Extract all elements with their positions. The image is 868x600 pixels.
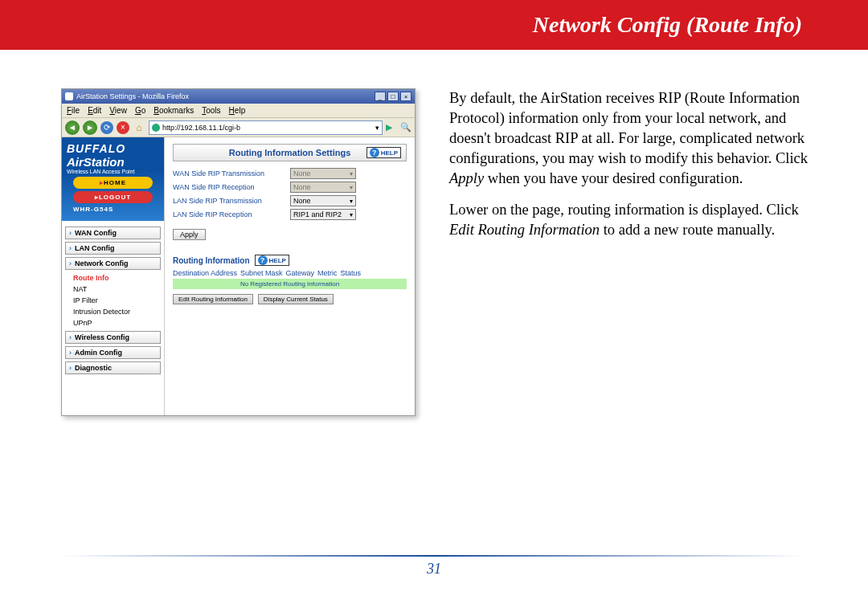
go-button[interactable]: ▶ xyxy=(386,122,397,133)
menu-edit[interactable]: Edit xyxy=(88,106,101,115)
window-titlebar: AirStation Settings - Mozilla Firefox _ … xyxy=(62,89,415,104)
subnav-intrusion[interactable]: Intrusion Detector xyxy=(65,306,161,317)
select-lan-rip-rx[interactable]: RIP1 and RIP2 xyxy=(290,209,356,220)
back-button[interactable]: ◄ xyxy=(65,120,80,135)
home-pill[interactable]: HOME xyxy=(73,177,153,189)
nav-wireless-config[interactable]: Wireless Config xyxy=(65,331,161,344)
body-text: By default, the AirStation receives RIP … xyxy=(449,88,812,416)
toolbar: ◄ ► ⟳ × ⌂ http://192.168.11.1/cgi-b ▾ ▶ … xyxy=(62,118,415,137)
row-lan-rip-tx: LAN Side RIP Transmission None xyxy=(173,195,407,206)
menu-bar: File Edit View Go Bookmarks Tools Help xyxy=(62,104,415,118)
footer-rule xyxy=(61,555,805,557)
model-label: WHR-G54S xyxy=(73,206,153,213)
address-bar[interactable]: http://192.168.11.1/cgi-b ▾ xyxy=(149,120,383,135)
minimize-button[interactable]: _ xyxy=(375,92,386,101)
subnav-nat[interactable]: NAT xyxy=(65,284,161,295)
menu-file[interactable]: File xyxy=(67,106,80,115)
help-icon: ? xyxy=(370,148,379,157)
section-title: Routing Information Settings xyxy=(229,148,351,157)
nav-wan-config[interactable]: WAN Config xyxy=(65,227,161,239)
paragraph-1: By default, the AirStation receives RIP … xyxy=(449,88,812,189)
nav-lan-config[interactable]: LAN Config xyxy=(65,242,161,255)
menu-help[interactable]: Help xyxy=(229,106,246,115)
nav-network-config[interactable]: Network Config xyxy=(65,257,161,270)
menu-view[interactable]: View xyxy=(109,106,127,115)
nav-list: WAN Config LAN Config Network Config Rou… xyxy=(62,221,164,415)
router-screenshot: AirStation Settings - Mozilla Firefox _ … xyxy=(61,88,416,416)
url-text: http://192.168.11.1/cgi-b xyxy=(162,124,240,132)
subnav-ip-filter[interactable]: IP Filter xyxy=(65,295,161,306)
display-status-button[interactable]: Display Current Status xyxy=(258,294,334,304)
page-banner: Network Config (Route Info) xyxy=(0,0,868,50)
edit-routing-button[interactable]: Edit Routing Information xyxy=(173,294,253,304)
router-body: BUFFALO AirStation Wireless LAN Access P… xyxy=(62,137,415,415)
help-button-2[interactable]: ? HELP xyxy=(255,255,289,266)
close-button[interactable]: × xyxy=(400,92,411,101)
forward-button[interactable]: ► xyxy=(83,120,97,135)
stop-button[interactable]: × xyxy=(117,121,129,134)
brand-airstation: AirStation xyxy=(67,155,159,169)
home-button[interactable]: ⌂ xyxy=(133,121,145,134)
apply-button[interactable]: Apply xyxy=(173,229,206,240)
page-title: Network Config (Route Info) xyxy=(533,12,802,38)
section-header: Routing Information Settings ? HELP xyxy=(173,144,407,161)
nav-admin-config[interactable]: Admin Config xyxy=(65,346,161,359)
subnav-route-info[interactable]: Route Info xyxy=(65,272,161,284)
menu-tools[interactable]: Tools xyxy=(202,106,220,115)
window-title: AirStation Settings - Mozilla Firefox xyxy=(76,92,189,100)
content-row: AirStation Settings - Mozilla Firefox _ … xyxy=(0,50,868,416)
empty-route-msg: No Registered Routing Information xyxy=(173,279,407,289)
logout-pill[interactable]: LOGOUT xyxy=(73,191,153,203)
globe-icon xyxy=(152,124,160,132)
select-wan-rip-rx[interactable]: None xyxy=(290,182,356,193)
sidebar: BUFFALO AirStation Wireless LAN Access P… xyxy=(62,137,165,415)
reload-button[interactable]: ⟳ xyxy=(100,121,113,134)
main-panel: Routing Information Settings ? HELP WAN … xyxy=(165,137,415,415)
row-wan-rip-tx: WAN Side RIP Transmission None xyxy=(173,168,407,179)
row-wan-rip-rx: WAN Side RIP Reception None xyxy=(173,182,407,193)
routing-table-header: Destination Address Subnet Mask Gateway … xyxy=(173,269,407,277)
row-lan-rip-rx: LAN Side RIP Reception RIP1 and RIP2 xyxy=(173,209,407,220)
brand-subtitle: Wireless LAN Access Point xyxy=(67,169,159,174)
paragraph-2: Lower on the page, routing information i… xyxy=(449,200,812,240)
search-icon[interactable]: 🔍 xyxy=(400,122,411,133)
help-button[interactable]: ? HELP xyxy=(366,147,401,158)
app-icon xyxy=(65,92,73,100)
brand-block: BUFFALO AirStation Wireless LAN Access P… xyxy=(62,137,164,221)
select-lan-rip-tx[interactable]: None xyxy=(290,195,356,206)
subnav-upnp[interactable]: UPnP xyxy=(65,317,161,329)
page-number: 31 xyxy=(0,561,868,578)
maximize-button[interactable]: □ xyxy=(387,92,399,101)
routing-info-header: Routing Information ? HELP xyxy=(173,255,407,266)
nav-diagnostic[interactable]: Diagnostic xyxy=(65,361,161,374)
help-icon: ? xyxy=(258,255,268,265)
menu-bookmarks[interactable]: Bookmarks xyxy=(154,106,194,115)
brand-buffalo: BUFFALO xyxy=(67,142,159,155)
select-wan-rip-tx[interactable]: None xyxy=(290,168,356,179)
menu-go[interactable]: Go xyxy=(135,106,145,115)
